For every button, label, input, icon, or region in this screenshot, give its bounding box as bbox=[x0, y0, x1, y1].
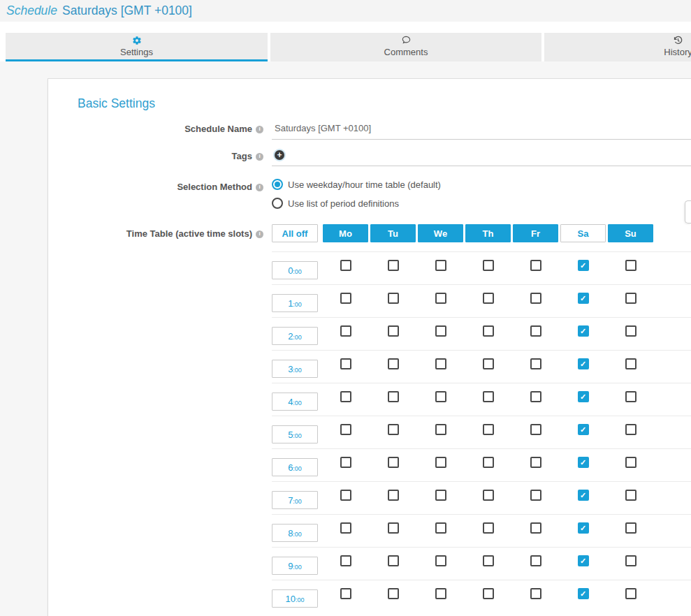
hour-row-button-8[interactable]: 8:00 bbox=[272, 524, 318, 542]
timeslot-checkbox-we-9:00[interactable] bbox=[435, 555, 446, 566]
day-column-button-tu[interactable]: Tu bbox=[370, 224, 416, 242]
timeslot-checkbox-fr-6:00[interactable] bbox=[530, 457, 541, 468]
timeslot-checkbox-th-1:00[interactable] bbox=[483, 293, 494, 304]
hour-row-button-0[interactable]: 0:00 bbox=[272, 261, 318, 279]
timeslot-checkbox-mo-6:00[interactable] bbox=[340, 457, 351, 468]
timeslot-checkbox-tu-1:00[interactable] bbox=[388, 293, 399, 304]
timeslot-checkbox-tu-4:00[interactable] bbox=[388, 391, 399, 402]
hour-row-button-1[interactable]: 1:00 bbox=[272, 294, 318, 312]
day-column-button-sa[interactable]: Sa bbox=[560, 224, 606, 242]
hour-row-button-2[interactable]: 2:00 bbox=[272, 327, 318, 345]
tab-settings[interactable]: Settings bbox=[6, 33, 268, 61]
timeslot-checkbox-mo-3:00[interactable] bbox=[340, 358, 351, 369]
info-icon[interactable]: i bbox=[256, 184, 263, 191]
timeslot-checkbox-sa-2:00[interactable]: ✓ bbox=[578, 325, 589, 337]
timeslot-checkbox-mo-9:00[interactable] bbox=[340, 555, 351, 566]
tab-comments[interactable]: Comments bbox=[270, 33, 541, 61]
timeslot-checkbox-we-2:00[interactable] bbox=[435, 325, 446, 337]
timeslot-checkbox-tu-8:00[interactable] bbox=[388, 522, 399, 534]
hour-row-button-3[interactable]: 3:00 bbox=[272, 360, 318, 378]
selection-method-option[interactable]: Use list of period definitions bbox=[272, 198, 691, 209]
timeslot-checkbox-su-10:00[interactable] bbox=[625, 588, 637, 599]
day-column-button-su[interactable]: Su bbox=[608, 224, 653, 242]
timeslot-checkbox-th-7:00[interactable] bbox=[483, 490, 494, 501]
timeslot-checkbox-su-2:00[interactable] bbox=[625, 325, 637, 337]
timeslot-checkbox-we-8:00[interactable] bbox=[435, 522, 446, 534]
timeslot-checkbox-we-5:00[interactable] bbox=[435, 424, 446, 435]
timeslot-checkbox-we-1:00[interactable] bbox=[435, 293, 446, 304]
timeslot-checkbox-sa-8:00[interactable]: ✓ bbox=[578, 522, 589, 534]
timeslot-checkbox-mo-8:00[interactable] bbox=[340, 522, 351, 534]
timeslot-checkbox-sa-0:00[interactable]: ✓ bbox=[578, 260, 589, 271]
timeslot-checkbox-sa-6:00[interactable]: ✓ bbox=[578, 457, 589, 468]
timeslot-checkbox-th-8:00[interactable] bbox=[483, 522, 494, 534]
timeslot-checkbox-sa-3:00[interactable]: ✓ bbox=[578, 358, 589, 369]
timeslot-checkbox-su-0:00[interactable] bbox=[625, 260, 637, 271]
timeslot-checkbox-mo-1:00[interactable] bbox=[340, 293, 351, 304]
all-off-button[interactable]: All off bbox=[272, 224, 318, 242]
timeslot-checkbox-fr-10:00[interactable] bbox=[530, 588, 541, 599]
timeslot-checkbox-su-5:00[interactable] bbox=[625, 424, 637, 435]
timeslot-checkbox-fr-9:00[interactable] bbox=[530, 555, 541, 566]
timeslot-checkbox-su-3:00[interactable] bbox=[625, 358, 637, 369]
timeslot-checkbox-tu-9:00[interactable] bbox=[388, 555, 399, 566]
timeslot-checkbox-mo-0:00[interactable] bbox=[340, 260, 351, 271]
hour-row-button-9[interactable]: 9:00 bbox=[272, 557, 318, 575]
timeslot-checkbox-su-8:00[interactable] bbox=[625, 522, 637, 534]
schedule-name-input[interactable] bbox=[272, 122, 691, 140]
timeslot-checkbox-su-4:00[interactable] bbox=[625, 391, 637, 402]
day-column-button-we[interactable]: We bbox=[418, 224, 463, 242]
add-tag-button[interactable]: + bbox=[275, 150, 284, 160]
tab-history[interactable]: History bbox=[544, 33, 691, 61]
hour-row-button-4[interactable]: 4:00 bbox=[272, 393, 318, 411]
timeslot-checkbox-fr-8:00[interactable] bbox=[530, 522, 541, 534]
hour-row-button-5[interactable]: 5:00 bbox=[272, 425, 318, 443]
timeslot-checkbox-su-1:00[interactable] bbox=[625, 293, 637, 304]
info-icon[interactable]: i bbox=[256, 153, 263, 161]
timeslot-checkbox-su-9:00[interactable] bbox=[625, 555, 637, 566]
timeslot-checkbox-su-7:00[interactable] bbox=[625, 490, 637, 501]
timeslot-checkbox-mo-7:00[interactable] bbox=[340, 490, 351, 501]
timeslot-checkbox-we-7:00[interactable] bbox=[435, 490, 446, 501]
timeslot-checkbox-tu-0:00[interactable] bbox=[388, 260, 399, 271]
timeslot-checkbox-th-6:00[interactable] bbox=[483, 457, 494, 468]
hour-row-button-6[interactable]: 6:00 bbox=[272, 458, 318, 476]
timeslot-checkbox-fr-5:00[interactable] bbox=[530, 424, 541, 435]
timeslot-checkbox-th-0:00[interactable] bbox=[483, 260, 494, 271]
timeslot-checkbox-sa-1:00[interactable]: ✓ bbox=[578, 293, 589, 304]
day-column-button-mo[interactable]: Mo bbox=[323, 224, 368, 242]
timeslot-checkbox-fr-1:00[interactable] bbox=[530, 293, 541, 304]
timeslot-checkbox-th-9:00[interactable] bbox=[483, 555, 494, 566]
timeslot-checkbox-sa-10:00[interactable]: ✓ bbox=[578, 588, 589, 599]
radio-button-icon[interactable] bbox=[272, 179, 283, 190]
radio-button-icon[interactable] bbox=[272, 198, 283, 209]
day-column-button-th[interactable]: Th bbox=[465, 224, 511, 242]
info-icon[interactable]: i bbox=[256, 126, 263, 133]
timeslot-checkbox-fr-7:00[interactable] bbox=[530, 490, 541, 501]
timeslot-checkbox-fr-0:00[interactable] bbox=[530, 260, 541, 271]
timeslot-checkbox-th-2:00[interactable] bbox=[483, 325, 494, 337]
timeslot-checkbox-tu-5:00[interactable] bbox=[388, 424, 399, 435]
timeslot-checkbox-mo-5:00[interactable] bbox=[340, 424, 351, 435]
timeslot-checkbox-th-4:00[interactable] bbox=[483, 391, 494, 402]
hour-row-button-7[interactable]: 7:00 bbox=[272, 491, 318, 509]
timeslot-checkbox-we-0:00[interactable] bbox=[435, 260, 446, 271]
timeslot-checkbox-tu-10:00[interactable] bbox=[388, 588, 399, 599]
timeslot-checkbox-fr-2:00[interactable] bbox=[530, 325, 541, 337]
timeslot-checkbox-we-6:00[interactable] bbox=[435, 457, 446, 468]
info-icon[interactable]: i bbox=[256, 230, 263, 238]
timeslot-checkbox-th-10:00[interactable] bbox=[483, 588, 494, 599]
timeslot-checkbox-th-3:00[interactable] bbox=[483, 358, 494, 369]
timeslot-checkbox-fr-4:00[interactable] bbox=[530, 391, 541, 402]
timeslot-checkbox-tu-7:00[interactable] bbox=[388, 490, 399, 501]
timeslot-checkbox-we-4:00[interactable] bbox=[435, 391, 446, 402]
timeslot-checkbox-th-5:00[interactable] bbox=[483, 424, 494, 435]
timeslot-checkbox-tu-3:00[interactable] bbox=[388, 358, 399, 369]
timeslot-checkbox-mo-10:00[interactable] bbox=[340, 588, 351, 599]
timeslot-checkbox-fr-3:00[interactable] bbox=[530, 358, 541, 369]
timeslot-checkbox-sa-5:00[interactable]: ✓ bbox=[578, 424, 589, 435]
timeslot-checkbox-sa-7:00[interactable]: ✓ bbox=[578, 490, 589, 501]
selection-method-option[interactable]: Use weekday/hour time table (default) bbox=[272, 179, 691, 190]
timeslot-checkbox-mo-4:00[interactable] bbox=[340, 391, 351, 402]
day-column-button-fr[interactable]: Fr bbox=[513, 224, 558, 242]
